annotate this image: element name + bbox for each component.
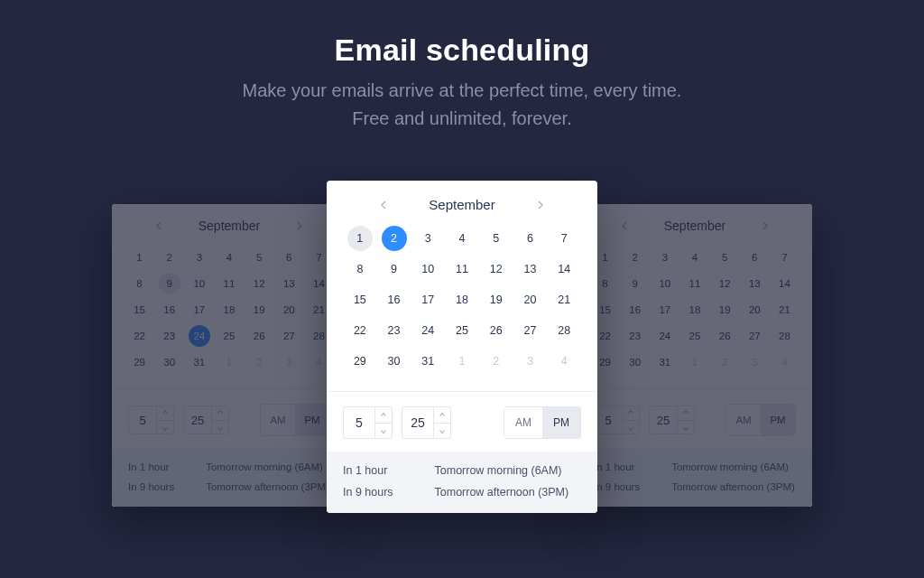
calendar-day[interactable]: 8 [136, 272, 142, 295]
calendar-day[interactable]: 18 [689, 298, 701, 322]
quick-tomorrow-morning[interactable]: Tomorrow morning (6AM) [435, 464, 581, 477]
ampm-toggle[interactable]: AM PM [504, 406, 581, 439]
caret-up-icon[interactable] [212, 406, 228, 420]
calendar-day[interactable]: 30 [629, 350, 641, 374]
calendar-day[interactable]: 9 [391, 256, 397, 283]
calendar-day[interactable]: 21 [313, 298, 325, 322]
calendar-day[interactable]: 1 [226, 350, 232, 374]
calendar-day[interactable]: 20 [283, 298, 295, 322]
caret-down-icon[interactable] [212, 420, 228, 434]
calendar-day[interactable]: 30 [388, 348, 401, 375]
caret-up-icon[interactable] [623, 406, 639, 420]
calendar-day[interactable]: 4 [226, 246, 232, 269]
caret-down-icon[interactable] [623, 420, 639, 434]
chevron-right-icon[interactable] [758, 219, 772, 233]
calendar-day[interactable]: 10 [421, 256, 434, 283]
calendar-day[interactable]: 1 [136, 246, 142, 269]
quick-in-1-hour[interactable]: In 1 hour [594, 461, 671, 472]
chevron-left-icon[interactable] [617, 219, 632, 233]
calendar-day[interactable]: 26 [254, 324, 265, 348]
minute-stepper[interactable]: 25 [183, 406, 229, 434]
calendar-day[interactable]: 16 [388, 286, 401, 313]
calendar-day[interactable]: 1 [602, 246, 607, 269]
calendar-day[interactable]: 5 [256, 246, 262, 269]
calendar-day[interactable]: 28 [558, 317, 570, 344]
caret-down-icon[interactable] [157, 420, 173, 434]
calendar-day[interactable]: 12 [719, 272, 731, 295]
caret-up-icon[interactable] [375, 406, 392, 423]
calendar-day[interactable]: 10 [659, 272, 670, 295]
calendar-day[interactable]: 15 [354, 286, 366, 313]
calendar-day[interactable]: 4 [316, 350, 321, 374]
calendar-day[interactable]: 3 [527, 348, 533, 375]
quick-in-1-hour[interactable]: In 1 hour [343, 464, 435, 477]
quick-tomorrow-morning[interactable]: Tomorrow morning (6AM) [671, 461, 796, 472]
calendar-day[interactable]: 12 [490, 256, 503, 283]
calendar-day[interactable]: 13 [283, 272, 295, 295]
calendar-day[interactable]: 17 [421, 286, 434, 313]
calendar-day[interactable]: 30 [163, 350, 175, 374]
calendar-day[interactable]: 29 [354, 348, 366, 375]
calendar-day[interactable]: 4 [561, 348, 568, 375]
calendar-day[interactable]: 22 [599, 324, 611, 348]
calendar-day[interactable]: 31 [421, 348, 434, 375]
calendar-day[interactable]: 2 [633, 246, 638, 269]
calendar-day[interactable]: 19 [490, 286, 503, 313]
calendar-day[interactable]: 14 [313, 272, 325, 295]
chevron-right-icon[interactable] [533, 198, 548, 212]
calendar-day[interactable]: 27 [749, 324, 761, 348]
calendar-day[interactable]: 6 [527, 225, 533, 252]
quick-in-9-hours[interactable]: In 9 hours [128, 481, 206, 492]
calendar-day[interactable]: 5 [722, 246, 727, 269]
ampm-toggle[interactable]: AM PM [725, 404, 796, 436]
calendar-day[interactable]: 28 [779, 324, 790, 348]
calendar-day[interactable]: 2 [382, 226, 407, 251]
calendar-day[interactable]: 7 [561, 225, 568, 252]
calendar-day[interactable]: 29 [599, 350, 611, 374]
calendar-day[interactable]: 4 [459, 225, 466, 252]
calendar-day[interactable]: 14 [779, 272, 790, 295]
quick-in-9-hours[interactable]: In 9 hours [343, 486, 435, 499]
calendar-day[interactable]: 3 [286, 350, 291, 374]
calendar-day[interactable]: 4 [781, 350, 787, 374]
calendar-day[interactable]: 8 [356, 256, 363, 283]
calendar-day[interactable]: 2 [493, 348, 499, 375]
calendar-day[interactable]: 3 [752, 350, 757, 374]
calendar-day[interactable]: 3 [197, 246, 202, 269]
quick-tomorrow-afternoon[interactable]: Tomorrow afternoon (3PM) [435, 486, 581, 499]
calendar-day[interactable]: 14 [558, 256, 570, 283]
calendar-day[interactable]: 7 [781, 246, 787, 269]
calendar-day[interactable]: 13 [749, 272, 761, 295]
calendar-day[interactable]: 9 [159, 273, 180, 294]
pm-button[interactable]: PM [761, 405, 795, 435]
calendar-day[interactable]: 23 [163, 324, 175, 348]
caret-down-icon[interactable] [375, 423, 392, 439]
calendar-day[interactable]: 6 [752, 246, 757, 269]
minute-stepper[interactable]: 25 [649, 406, 695, 434]
quick-tomorrow-afternoon[interactable]: Tomorrow afternoon (3PM) [206, 481, 330, 492]
calendar-day[interactable]: 24 [189, 325, 210, 347]
calendar-day[interactable]: 21 [558, 286, 570, 313]
hour-stepper[interactable]: 5 [128, 406, 174, 434]
chevron-left-icon[interactable] [376, 198, 391, 212]
calendar-day[interactable]: 28 [313, 324, 325, 348]
caret-up-icon[interactable] [157, 406, 173, 420]
calendar-day[interactable]: 24 [421, 317, 434, 344]
calendar-day[interactable]: 9 [633, 272, 638, 295]
calendar-day[interactable]: 8 [602, 272, 607, 295]
am-button[interactable]: AM [504, 407, 542, 438]
caret-down-icon[interactable] [678, 420, 694, 434]
calendar-day[interactable]: 19 [254, 298, 265, 322]
hour-stepper[interactable]: 5 [343, 406, 393, 439]
quick-tomorrow-morning[interactable]: Tomorrow morning (6AM) [206, 461, 330, 472]
calendar-day[interactable]: 10 [193, 272, 205, 295]
calendar-day[interactable]: 18 [456, 286, 468, 313]
calendar-day[interactable]: 18 [224, 298, 236, 322]
quick-in-9-hours[interactable]: In 9 hours [594, 481, 671, 492]
minute-stepper[interactable]: 25 [402, 406, 451, 439]
calendar-day[interactable]: 3 [662, 246, 668, 269]
ampm-toggle[interactable]: AM PM [260, 404, 330, 436]
calendar-day[interactable]: 7 [316, 246, 321, 269]
calendar-day[interactable]: 31 [193, 350, 205, 374]
calendar-day[interactable]: 13 [523, 256, 536, 283]
